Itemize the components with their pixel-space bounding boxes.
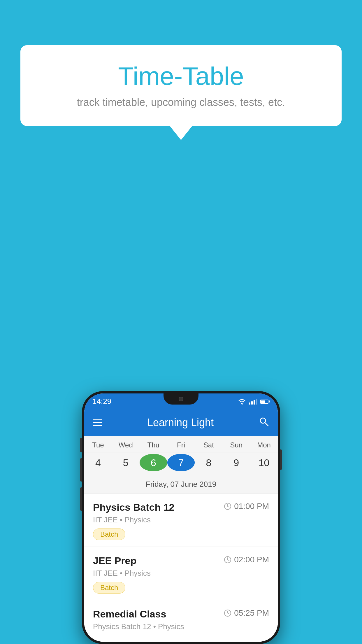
app-title: Learning Light bbox=[111, 416, 250, 429]
day-header-sun[interactable]: Sun bbox=[222, 436, 250, 452]
wifi-icon bbox=[238, 398, 246, 405]
schedule-list: Physics Batch 12 01:00 PM IIT JEE • Phys… bbox=[84, 494, 278, 642]
phone-frame: 14:29 bbox=[82, 391, 280, 644]
schedule-item-header-3: Remedial Class 05:25 PM bbox=[93, 608, 269, 620]
day-number-10: 10 bbox=[250, 454, 278, 471]
batch-tag-2: Batch bbox=[93, 582, 125, 594]
day-header-wed[interactable]: Wed bbox=[112, 436, 140, 452]
schedule-item-header-2: JEE Prep 02:00 PM bbox=[93, 555, 269, 566]
signal-icon bbox=[249, 399, 257, 405]
volume-down-button bbox=[80, 458, 82, 482]
app-bar: Learning Light bbox=[84, 410, 278, 436]
schedule-item-title-2: JEE Prep bbox=[93, 555, 136, 566]
day-header-tue[interactable]: Tue bbox=[84, 436, 112, 452]
phone-mockup: 14:29 bbox=[82, 391, 280, 644]
schedule-item-title-1: Physics Batch 12 bbox=[93, 502, 175, 513]
calendar-strip: Tue Wed Thu Fri Sat Sun Mon 4 5 bbox=[84, 436, 278, 494]
day-number-8-wrap[interactable]: 8 bbox=[195, 454, 222, 471]
schedule-item-time-1: 01:00 PM bbox=[224, 502, 269, 511]
schedule-item-header-1: Physics Batch 12 01:00 PM bbox=[93, 502, 269, 513]
battery-icon bbox=[260, 400, 270, 404]
day-header-sat[interactable]: Sat bbox=[195, 436, 222, 452]
bubble-title: Time-Table bbox=[32, 61, 330, 91]
day-header-thu[interactable]: Thu bbox=[140, 436, 167, 452]
day-number-6-wrap[interactable]: 6 bbox=[140, 454, 167, 471]
schedule-item-title-3: Remedial Class bbox=[93, 608, 166, 620]
day-number-9-wrap[interactable]: 9 bbox=[222, 454, 250, 471]
day-number-10-wrap[interactable]: 10 bbox=[250, 454, 278, 471]
power-button bbox=[280, 449, 282, 470]
schedule-item-sub-1: IIT JEE • Physics bbox=[93, 515, 269, 524]
status-time: 14:29 bbox=[92, 397, 111, 406]
phone-screen: 14:29 bbox=[84, 393, 278, 642]
schedule-item-physics-batch-12[interactable]: Physics Batch 12 01:00 PM IIT JEE • Phys… bbox=[84, 494, 278, 547]
schedule-item-jee-prep[interactable]: JEE Prep 02:00 PM IIT JEE • Physics Batc… bbox=[84, 547, 278, 600]
day-number-6: 6 bbox=[140, 454, 167, 471]
day-header-fri[interactable]: Fri bbox=[167, 436, 195, 452]
bubble-subtitle: track timetable, upcoming classes, tests… bbox=[32, 96, 330, 108]
svg-point-0 bbox=[241, 403, 243, 404]
clock-icon-1 bbox=[224, 502, 232, 510]
clock-icon-3 bbox=[224, 609, 232, 617]
clock-icon-2 bbox=[224, 556, 232, 564]
schedule-item-remedial[interactable]: Remedial Class 05:25 PM Physics Batch 12… bbox=[84, 600, 278, 642]
batch-tag-1: Batch bbox=[93, 528, 125, 540]
schedule-item-time-3: 05:25 PM bbox=[224, 608, 269, 618]
notch bbox=[164, 393, 198, 405]
svg-line-11 bbox=[228, 613, 229, 614]
svg-line-2 bbox=[265, 423, 268, 426]
menu-button[interactable] bbox=[93, 419, 102, 426]
day-numbers: 4 5 6 7 8 9 bbox=[84, 452, 278, 476]
day-number-4: 4 bbox=[84, 454, 112, 471]
schedule-item-time-2: 02:00 PM bbox=[224, 555, 269, 564]
day-number-7-wrap[interactable]: 7 bbox=[167, 454, 195, 471]
volume-up-button bbox=[80, 438, 82, 452]
schedule-item-sub-2: IIT JEE • Physics bbox=[93, 569, 269, 578]
status-bar: 14:29 bbox=[84, 393, 278, 410]
day-headers: Tue Wed Thu Fri Sat Sun Mon bbox=[84, 436, 278, 452]
day-number-4-wrap[interactable]: 4 bbox=[84, 454, 112, 471]
silent-button bbox=[80, 487, 82, 511]
selected-date-label: Friday, 07 June 2019 bbox=[84, 476, 278, 493]
schedule-item-sub-3: Physics Batch 12 • Physics bbox=[93, 622, 269, 631]
day-number-7: 7 bbox=[167, 454, 195, 471]
search-button[interactable] bbox=[259, 416, 269, 429]
svg-line-5 bbox=[228, 506, 229, 507]
day-number-5-wrap[interactable]: 5 bbox=[112, 454, 140, 471]
day-header-mon[interactable]: Mon bbox=[250, 436, 278, 452]
speech-bubble: Time-Table track timetable, upcoming cla… bbox=[20, 45, 342, 126]
svg-line-8 bbox=[228, 560, 229, 561]
front-camera bbox=[179, 397, 183, 401]
status-icons bbox=[238, 398, 270, 405]
day-number-5: 5 bbox=[112, 454, 140, 471]
day-number-8: 8 bbox=[195, 454, 222, 471]
day-number-9: 9 bbox=[222, 454, 250, 471]
